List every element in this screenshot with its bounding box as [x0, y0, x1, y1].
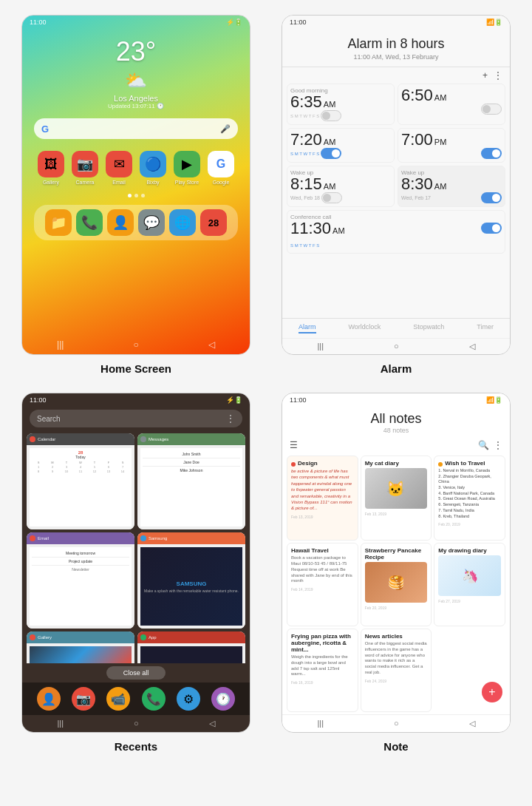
note-menu-icon[interactable]: ☰ — [290, 440, 298, 450]
note-card-title-cat: My cat diary — [365, 460, 428, 467]
recent-card-email[interactable]: Email Meeting tomorrow Project update Ne… — [27, 532, 134, 629]
email-icon: ✉ — [106, 151, 132, 177]
home-search-bar[interactable]: G 🎤 — [34, 118, 238, 139]
recent-card-messages[interactable]: Messages John Smith Jane Doe Mike Johnso… — [137, 433, 245, 529]
note-nav-menu[interactable]: ||| — [317, 719, 324, 728]
note-fab-button[interactable]: + — [482, 682, 502, 702]
dot-2 — [134, 194, 138, 197]
card-title-1: Calendar — [38, 437, 55, 441]
note-card-news[interactable]: News articles One of the biggest social … — [361, 629, 432, 712]
recents-search-bar[interactable]: Search ⋮ — [30, 410, 242, 427]
app-bixby[interactable]: 🔵 Bixby — [137, 151, 169, 185]
note-more-icon[interactable]: ⋮ — [494, 440, 502, 450]
note-card-hawaii[interactable]: Hawaii Travel Book a vacation package to… — [287, 543, 358, 626]
alarm-more-icon[interactable]: ⋮ — [494, 70, 502, 81]
app-email[interactable]: ✉ Email — [103, 151, 135, 185]
alarm-item-815[interactable]: Wake up 8:15 AM Wed, Feb 18 — [287, 166, 395, 207]
dock-icon-clock[interactable]: 🕐 — [211, 687, 235, 711]
gallery-icon: 🖼 — [38, 151, 64, 177]
dock-icon-people[interactable]: 👤 — [37, 687, 61, 711]
alarm-nav-menu[interactable]: ||| — [317, 342, 324, 351]
dock-contacts[interactable]: 👤 — [107, 209, 134, 236]
recents-nav-home[interactable]: ○ — [134, 719, 139, 728]
alarm-nav-home[interactable]: ○ — [394, 342, 399, 351]
alarm-item-720[interactable]: 7:20 AM S M T W T F S — [287, 128, 395, 163]
recent-card-samsung[interactable]: Samsung SAMSUNG Make a splash with the r… — [137, 532, 245, 629]
app-google[interactable]: G Google — [205, 151, 237, 185]
note-nav-bar: ||| ○ ◁ — [282, 714, 510, 732]
note-card-design[interactable]: Design be active & picture of life has t… — [287, 456, 358, 541]
card-title-6: App — [149, 635, 157, 640]
alarm-item-1130[interactable]: Conference call 11:30 AM S M T W T F S — [287, 210, 505, 254]
card-header-1: Calendar — [27, 433, 134, 445]
dock-calendar[interactable]: 28 — [200, 209, 227, 236]
dock-phone[interactable]: 📞 — [76, 209, 103, 236]
alarm-item-635[interactable]: Good morning 6:35 AM S M T W T F S — [287, 84, 395, 125]
toggle-650[interactable] — [481, 104, 502, 115]
note-status-bar: 11:00 📶🔋 — [282, 393, 510, 407]
recent-card-gallery[interactable]: Gallery 🌄 — [27, 631, 134, 663]
dock-icon-camera[interactable]: 📷 — [72, 687, 95, 711]
note-toolbar: ☰ 🔍 ⋮ — [282, 437, 510, 453]
note-nav-home[interactable]: ○ — [394, 719, 399, 728]
alarm-add-icon[interactable]: + — [482, 70, 488, 81]
recents-nav-menu[interactable]: ||| — [57, 719, 64, 728]
dock-icon-settings[interactable]: ⚙ — [177, 687, 200, 711]
dot-design — [291, 462, 296, 467]
note-card-frying-pan[interactable]: Frying pan pizza with aubergine, ricotta… — [287, 629, 358, 712]
nav-home[interactable]: ○ — [134, 339, 139, 350]
toggle-815[interactable] — [321, 192, 342, 203]
card-title-3: Email — [38, 536, 49, 541]
note-card-title-news: News articles — [365, 633, 428, 640]
dock-files[interactable]: 📁 — [45, 209, 72, 236]
tab-timer[interactable]: Timer — [477, 323, 494, 333]
note-card-date-pancake: Feb 20, 2019 — [365, 606, 428, 610]
note-card-text-frying-pan: Weigh the ingredients for the dough into… — [291, 654, 354, 677]
toggle-720[interactable] — [321, 148, 341, 159]
note-time: 11:00 — [290, 396, 307, 404]
note-card-wish-travel[interactable]: Wish to Travel 1. Nerval in Morrillo, Ca… — [434, 456, 505, 541]
dock-samsung[interactable]: 🌐 — [169, 209, 196, 236]
alarm-item-830[interactable]: Wake up 8:30 AM Wed, Feb 17 — [398, 166, 505, 207]
toggle-1130[interactable] — [481, 223, 502, 234]
weather-icon: ⛅ — [125, 70, 147, 91]
google-app-icon: G — [208, 151, 234, 177]
dock-messages[interactable]: 💬 — [138, 209, 165, 236]
close-all-button[interactable]: Close all — [106, 666, 166, 680]
recent-card-charge[interactable]: App Charging up won't tie you down. — [137, 631, 245, 663]
note-card-pancake[interactable]: Strawberry Pancake Recipe 🥞 Feb 20, 2019 — [361, 543, 432, 626]
tab-stopwatch[interactable]: Stopwatch — [413, 323, 444, 333]
toggle-830[interactable] — [481, 192, 502, 203]
dock-icon-video[interactable]: 📹 — [106, 687, 130, 711]
nav-menu[interactable]: ||| — [57, 339, 64, 350]
card-inner-5: 🌄 — [27, 643, 134, 663]
note-card-date-travel: Feb 20, 2019 — [438, 522, 501, 526]
note-card-drawing[interactable]: My drawing diary 🦄 Feb 27, 2019 — [434, 543, 505, 626]
app-gallery[interactable]: 🖼 Gallery — [35, 151, 67, 185]
note-card-cat-diary[interactable]: My cat diary 🐱 Feb 13, 2019 — [361, 456, 432, 541]
alarm-item-650[interactable]: 6:50 AM — [398, 84, 505, 125]
tab-worldclock[interactable]: Worldclock — [348, 323, 381, 333]
card-content-4: SAMSUNG Make a splash with the remarkabl… — [137, 544, 245, 629]
note-search-icon[interactable]: 🔍 — [478, 440, 489, 450]
recents-nav-back[interactable]: ◁ — [209, 719, 215, 728]
alarm-item-700pm[interactable]: 7:00 PM — [398, 128, 505, 163]
nav-back[interactable]: ◁ — [208, 339, 215, 350]
note-nav-back[interactable]: ◁ — [469, 719, 475, 728]
alarm-title: Alarm in 8 hours — [282, 36, 510, 52]
toggle-700pm[interactable] — [481, 148, 502, 159]
toggle-635[interactable] — [321, 110, 341, 121]
alarm-days-toggle-635: S M T W T F S — [290, 110, 391, 121]
alarm-nav-back[interactable]: ◁ — [469, 342, 475, 351]
recents-more-icon[interactable]: ⋮ — [226, 413, 235, 424]
card-inner-4: SAMSUNG Make a splash with the remarkabl… — [137, 544, 245, 629]
note-cards-grid: Design be active & picture of life has t… — [282, 453, 510, 714]
note-label: Note — [383, 740, 408, 753]
tab-alarm[interactable]: Alarm — [299, 323, 316, 333]
dock-icon-phone[interactable]: 📞 — [142, 687, 166, 711]
note-card-date-design: Feb 13, 2019 — [291, 515, 354, 519]
card-content-6: Charging up won't tie you down. — [137, 643, 245, 663]
app-playstore[interactable]: ▶ Play Store — [171, 151, 203, 185]
recent-card-calendar[interactable]: Calendar 28 Today S M T — [27, 433, 134, 529]
app-camera[interactable]: 📷 Camera — [69, 151, 101, 185]
